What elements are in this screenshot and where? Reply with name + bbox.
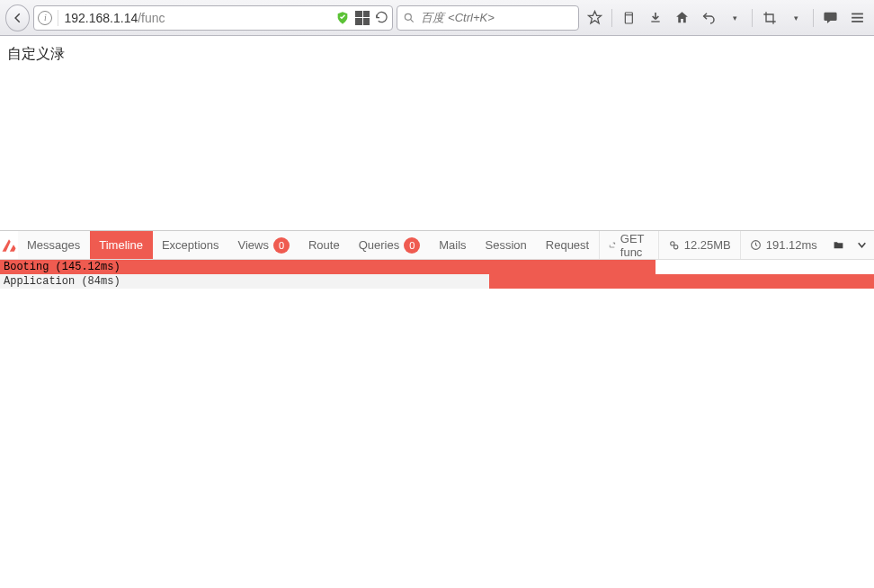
svg-point-10 [673, 245, 677, 249]
tab-label: Exceptions [162, 238, 219, 252]
views-badge: 0 [273, 237, 290, 254]
debugbar-header: Messages Timeline Exceptions Views0 Rout… [0, 231, 874, 260]
home-icon[interactable] [671, 5, 693, 31]
tab-route[interactable]: Route [299, 231, 350, 259]
tab-mails[interactable]: Mails [430, 231, 476, 259]
back-button[interactable] [5, 4, 30, 31]
collapse-icon[interactable] [851, 231, 873, 259]
tab-messages[interactable]: Messages [18, 231, 90, 259]
search-bar[interactable] [397, 5, 579, 31]
info-icon[interactable]: i [38, 11, 52, 25]
menu-icon[interactable] [846, 5, 869, 31]
tab-label: Views [238, 238, 269, 252]
debugbar-right: GET func 12.25MB 191.12ms [599, 231, 874, 259]
page-content: 自定义渌 [0, 36, 874, 230]
undo-dropdown-icon[interactable]: ▾ [724, 5, 746, 31]
url-text: 192.168.1.14/func [64, 11, 330, 25]
tab-label: Mails [439, 238, 466, 252]
svg-rect-6 [852, 13, 863, 15]
separator [813, 9, 814, 27]
reload-button[interactable] [375, 11, 388, 24]
debugbar-body: Booting (145.12ms) Application (84ms) [0, 260, 874, 289]
svg-marker-2 [588, 11, 601, 22]
svg-line-1 [411, 19, 414, 22]
separator [752, 9, 753, 27]
search-icon [403, 12, 415, 24]
debugbar: Messages Timeline Exceptions Views0 Rout… [0, 230, 874, 289]
tab-exceptions[interactable]: Exceptions [153, 231, 229, 259]
separator [611, 9, 612, 27]
crop-dropdown-icon[interactable]: ▾ [785, 5, 807, 31]
tab-request[interactable]: Request [537, 231, 599, 259]
svg-point-9 [670, 242, 673, 245]
qr-icon[interactable] [355, 11, 370, 25]
page-heading: 自定义渌 [7, 45, 867, 64]
tab-label: Session [486, 238, 527, 252]
share-icon [609, 239, 616, 251]
svg-point-0 [406, 13, 412, 20]
tab-label: Messages [27, 238, 80, 252]
undo-icon[interactable] [697, 5, 719, 31]
tab-label: Request [546, 238, 589, 252]
crop-icon[interactable] [758, 5, 780, 31]
tab-timeline[interactable]: Timeline [90, 231, 153, 259]
gears-icon [668, 239, 680, 251]
timeline-row-booting: Booting (145.12ms) [0, 260, 874, 274]
url-path: /func [138, 11, 165, 25]
bookmark-star-icon[interactable] [583, 5, 605, 31]
search-input[interactable] [421, 11, 573, 24]
tab-label: Queries [359, 238, 400, 252]
stat-label: 12.25MB [684, 238, 731, 252]
browser-toolbar: i 192.168.1.14/func ▾ ▾ [0, 0, 874, 36]
download-icon[interactable] [644, 5, 666, 31]
folder-icon[interactable] [826, 231, 851, 259]
address-bar[interactable]: i 192.168.1.14/func [33, 5, 393, 31]
tab-queries[interactable]: Queries0 [350, 231, 431, 259]
svg-rect-8 [852, 21, 863, 22]
separator [58, 10, 58, 26]
tab-session[interactable]: Session [477, 231, 537, 259]
clock-icon [750, 239, 762, 251]
tab-views[interactable]: Views0 [229, 231, 299, 259]
timeline-label: Booting (145.12ms) [4, 261, 120, 273]
shield-icon[interactable] [335, 11, 350, 25]
library-icon[interactable] [618, 5, 640, 31]
chat-icon[interactable] [819, 5, 842, 31]
svg-rect-5 [651, 21, 659, 22]
time-stat[interactable]: 191.12ms [740, 231, 826, 259]
memory-stat[interactable]: 12.25MB [658, 231, 740, 259]
debugbar-logo[interactable] [0, 231, 18, 259]
queries-badge: 0 [404, 237, 420, 254]
stat-label: 191.12ms [766, 238, 817, 252]
timeline-row-application: Application (84ms) [0, 274, 874, 289]
timeline-label: Application (84ms) [4, 275, 120, 288]
url-host: 192.168.1.14 [64, 11, 138, 25]
tab-label: Timeline [99, 238, 143, 252]
tab-label: Route [308, 238, 340, 252]
svg-rect-7 [852, 17, 863, 19]
timeline-bar [489, 274, 874, 289]
stat-label: GET func [620, 232, 649, 259]
svg-rect-3 [625, 13, 632, 23]
request-method-stat[interactable]: GET func [599, 231, 658, 259]
address-right [335, 11, 388, 25]
